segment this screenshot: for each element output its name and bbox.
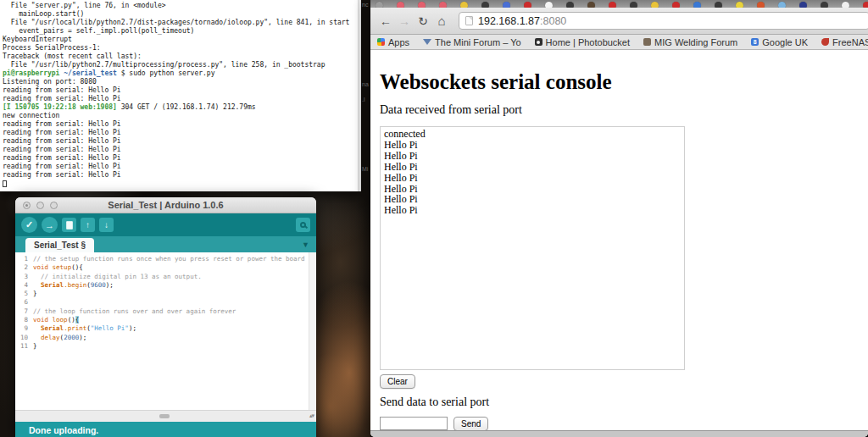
tab-favicon[interactable]: [672, 2, 680, 8]
tab-favicon[interactable]: [842, 2, 849, 8]
clear-button[interactable]: Clear: [380, 374, 415, 389]
tab-favicon[interactable]: [609, 2, 616, 8]
desktop-label-fragment: Mi: [362, 166, 368, 172]
url-text: 192.168.1.87:8080: [478, 15, 566, 27]
tab-favicon[interactable]: [778, 2, 786, 8]
code-line: 5}: [15, 290, 316, 298]
scrollbar-handle[interactable]: [159, 414, 170, 418]
tab-favicon[interactable]: [524, 2, 531, 8]
bookmark-mini-forum[interactable]: The Mini Forum – Yo: [423, 37, 521, 47]
send-button[interactable]: Send: [453, 417, 488, 430]
code-line: 4 Serial.begin(9600);: [15, 281, 316, 290]
verify-button[interactable]: ✓: [21, 217, 37, 233]
send-input[interactable]: [380, 417, 448, 430]
mig-icon: [643, 38, 651, 46]
forward-icon[interactable]: →: [398, 15, 411, 27]
terminal-line: KeyboardInterrupt: [3, 36, 361, 44]
tab-favicon[interactable]: [376, 2, 383, 8]
console-line: Hello Pi: [384, 194, 681, 205]
received-data-label: Data received from serial port: [380, 103, 868, 117]
terminal-line: [3, 180, 361, 188]
tab-favicon[interactable]: [757, 2, 765, 8]
terminal-line: File "/usr/lib/python2.7/multiprocessing…: [3, 61, 361, 69]
serial-monitor-button[interactable]: [296, 218, 310, 232]
terminal-scrollbar[interactable]: [358, 0, 361, 191]
url-host: 192.168.1.87: [478, 15, 540, 27]
terminal-line: reading from serial: Hello Pi: [3, 163, 361, 171]
bookmark-photobucket[interactable]: Home | Photobucket: [535, 37, 630, 47]
bookmark-mig[interactable]: MIG Welding Forum: [643, 37, 737, 47]
minimize-button[interactable]: [36, 202, 44, 209]
browser-window[interactable]: ← → ↻ ⌂ 192.168.1.87:8080 AppsThe Mini F…: [370, 0, 868, 437]
upload-icon: →: [45, 220, 54, 230]
scrollbar-arrows-icon[interactable]: ▴▾: [309, 412, 314, 419]
bookmarks-bar: AppsThe Mini Forum – YoHome | Photobucke…: [370, 35, 868, 50]
tab-favicon[interactable]: [503, 2, 510, 8]
home-icon[interactable]: ⌂: [435, 14, 448, 27]
serial-output-box[interactable]: connectedHello PiHello PiHello PiHello P…: [380, 126, 685, 370]
tab-favicon[interactable]: [693, 2, 701, 8]
new-sketch-button[interactable]: [62, 218, 76, 232]
bookmark-apps-grid[interactable]: Apps: [377, 37, 409, 47]
tab-favicon[interactable]: [630, 2, 637, 8]
tab-favicon[interactable]: [439, 2, 447, 8]
tab-favicon[interactable]: [566, 2, 574, 8]
tab-dropdown-icon[interactable]: ▼: [302, 241, 309, 249]
address-bar[interactable]: 192.168.1.87:8080: [459, 12, 868, 30]
tab-favicon[interactable]: [651, 2, 659, 8]
code-editor[interactable]: 1// the setup function runs once when yo…: [15, 252, 316, 410]
desktop-label-fragment: na: [362, 81, 369, 87]
tab-favicon[interactable]: [481, 2, 489, 8]
refresh-icon[interactable]: ↻: [416, 15, 430, 27]
tab-favicon[interactable]: [799, 2, 807, 8]
bookmark-label: MIG Welding Forum: [654, 37, 737, 47]
tab-favicon[interactable]: [460, 2, 468, 8]
status-message: Done uploading.: [29, 425, 98, 435]
code-lines: 1// the setup function runs once when yo…: [15, 255, 316, 351]
code-line: 3 // initialize digital pin 13 as an out…: [15, 273, 316, 281]
mini-forum-icon: [423, 39, 431, 45]
arduino-ide-window[interactable]: Serial_Test | Arduino 1.0.6 ✓ → ↑ ↓ Seri…: [15, 197, 316, 437]
verify-icon: ✓: [25, 219, 33, 230]
window-traffic-lights: [23, 202, 58, 209]
code-line: 1// the setup function runs once when yo…: [15, 255, 316, 263]
arduino-title-bar[interactable]: Serial_Test | Arduino 1.0.6: [15, 197, 316, 213]
back-icon[interactable]: ←: [379, 15, 392, 27]
tab-favicon[interactable]: [715, 2, 722, 8]
terminal-line: reading from serial: Hello Pi: [3, 137, 361, 146]
tab-favicon[interactable]: [545, 2, 553, 8]
photobucket-icon: [535, 38, 542, 46]
tab-favicon[interactable]: [587, 2, 595, 8]
close-button[interactable]: [23, 202, 31, 209]
bookmark-freenas[interactable]: FreeNAS: [821, 37, 868, 47]
terminal-line: reading from serial: Hello Pi: [3, 86, 361, 95]
terminal-line: Traceback (most recent call last):: [3, 53, 361, 61]
code-line: 7// the loop function runs over and over…: [15, 307, 316, 316]
editor-horizontal-scrollbar[interactable]: ▴▾: [15, 410, 316, 422]
tab-serial-test[interactable]: Serial_Test §: [25, 238, 94, 252]
save-button[interactable]: ↓: [99, 218, 114, 232]
open-button[interactable]: ↑: [81, 218, 95, 232]
terminal-window[interactable]: File "server.py", line 76, in <module> m…: [0, 0, 361, 191]
tab-favicon[interactable]: [821, 2, 828, 8]
upload-button[interactable]: →: [42, 217, 58, 233]
terminal-line: [I 150705 19:22:18 web:1908] 304 GET / (…: [3, 103, 361, 112]
editor-vertical-scrollbar[interactable]: [309, 252, 316, 410]
terminal-line: Listening on port: 8080: [3, 78, 361, 86]
arduino-toolbar: ✓ → ↑ ↓: [15, 213, 316, 236]
zoom-button[interactable]: [50, 202, 58, 209]
tab-favicon[interactable]: [397, 2, 404, 8]
tab-favicon[interactable]: [863, 2, 868, 8]
bookmark-label: Apps: [388, 37, 409, 47]
bookmark-google-uk[interactable]: 8Google UK: [751, 37, 808, 47]
tab-strip[interactable]: [370, 0, 868, 8]
browser-toolbar: ← → ↻ ⌂ 192.168.1.87:8080: [370, 8, 868, 35]
terminal-line: new connection: [3, 112, 361, 120]
terminal-line: mainLoop.start(): [3, 10, 361, 19]
tab-favicon[interactable]: [736, 2, 743, 8]
page-title: Websockets serial console: [380, 70, 868, 94]
save-icon: ↓: [104, 220, 108, 230]
freenas-icon: [821, 38, 829, 46]
open-icon: ↑: [86, 220, 90, 230]
tab-favicon[interactable]: [418, 2, 426, 8]
